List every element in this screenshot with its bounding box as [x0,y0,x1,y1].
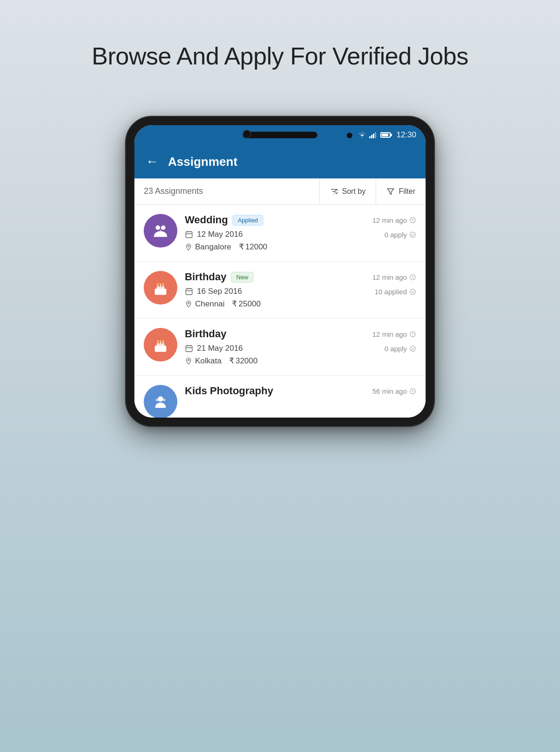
job-location: Kolkata [185,356,222,366]
filter-icon [386,187,395,196]
job-date: 16 Sep 2016 [185,287,242,296]
sort-icon [330,187,338,196]
job-time: 12 min ago [372,330,416,338]
job-item[interactable]: Wedding Applied 12 min ago 12 Ma [134,205,426,262]
filter-label: Filter [399,187,415,196]
phone-speaker [243,132,317,138]
wifi-icon [358,132,366,138]
job-details: Birthday New 12 min ago 16 Sep 2 [185,271,416,309]
assignments-count: 23 Assignments [134,186,319,196]
svg-point-20 [410,289,415,294]
job-item[interactable]: Birthday 12 min ago 21 May 2016 [134,319,426,376]
svg-point-15 [157,284,159,285]
job-details: Wedding Applied 12 min ago 12 Ma [185,214,416,252]
job-details: Birthday 12 min ago 21 May 2016 [185,328,416,366]
svg-point-16 [160,284,161,285]
job-item[interactable]: Kids Photography 56 min ago [134,376,426,418]
avatar [144,328,177,362]
job-location-row: Chennai ₹ 25000 [185,299,416,309]
job-price: ₹ 25000 [232,299,260,309]
svg-rect-0 [369,136,371,138]
svg-rect-1 [371,135,372,138]
job-location-row: Bangalore ₹ 12000 [185,242,416,252]
svg-point-4 [156,226,161,230]
svg-rect-3 [375,132,376,138]
svg-point-32 [410,346,415,351]
job-price: ₹ 12000 [239,242,267,252]
job-date: 12 May 2016 [185,230,243,239]
apply-count: 0 apply [385,231,416,239]
page-title: Browse And Apply For Verified Jobs [0,42,560,70]
app-bar: ← Assignment [134,145,426,178]
job-title: Kids Photography [185,385,273,397]
job-details: Kids Photography 56 min ago [185,385,416,401]
apply-count: 0 apply [385,345,416,353]
back-button[interactable]: ← [146,155,159,168]
svg-point-36 [163,398,166,401]
status-badge: Applied [232,215,263,226]
svg-rect-22 [155,346,167,352]
phone-camera [243,130,251,138]
sort-button[interactable]: Sort by [319,178,376,204]
svg-rect-10 [155,289,167,295]
job-price: ₹ 32000 [229,356,258,366]
job-item[interactable]: Birthday New 12 min ago 16 Sep 2 [134,262,426,319]
job-location-row: Kolkata ₹ 32000 [185,356,416,366]
avatar [144,385,177,418]
filter-bar: 23 Assignments Sort by Filter [134,178,426,205]
svg-point-9 [188,245,189,247]
job-location: Bangalore [185,242,231,252]
svg-point-35 [156,398,159,401]
job-location: Chennai [185,299,224,309]
avatar [144,271,177,305]
phone-mockup: 12:30 ← Assignment 23 Assignments Sort b… [126,117,434,426]
battery-icon [380,132,391,138]
job-title: Birthday [185,328,226,340]
svg-point-33 [188,359,189,361]
svg-rect-7 [186,232,192,238]
svg-rect-23 [156,343,164,346]
svg-rect-31 [186,346,192,352]
svg-point-34 [158,397,163,402]
status-badge: New [231,272,253,283]
apply-count: 10 applied [375,288,416,296]
svg-rect-11 [156,286,164,289]
svg-rect-2 [373,134,374,138]
job-time: 56 min ago [372,387,416,395]
svg-point-29 [162,341,164,342]
job-time: 12 min ago [372,273,416,281]
svg-rect-19 [186,289,192,295]
svg-point-8 [410,232,415,237]
job-date: 21 May 2016 [185,344,243,353]
phone-screen: 12:30 ← Assignment 23 Assignments Sort b… [134,125,426,418]
status-icons: 12:30 [358,130,416,140]
svg-point-17 [162,284,164,285]
avatar [144,214,177,248]
job-title: Wedding [185,214,228,226]
job-title: Birthday [185,271,226,283]
svg-point-21 [188,302,189,304]
svg-point-28 [160,341,161,342]
job-list: Wedding Applied 12 min ago 12 Ma [134,205,426,418]
sort-label: Sort by [342,187,366,196]
phone-sensor [347,133,352,138]
job-time: 12 min ago [372,216,416,224]
status-time: 12:30 [396,130,416,140]
signal-icon [369,132,378,138]
svg-point-27 [157,341,159,342]
app-bar-title: Assignment [168,155,238,169]
filter-button[interactable]: Filter [376,178,426,204]
svg-point-5 [161,226,166,230]
